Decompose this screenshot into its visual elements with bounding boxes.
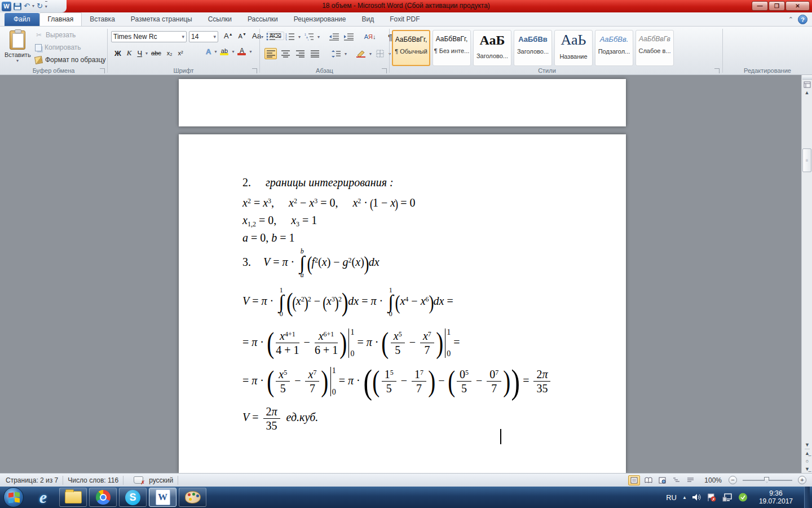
style-subtle-emphasis[interactable]: АаБбВвГв Слабое в... [636,30,674,66]
antivirus-icon[interactable] [738,493,748,502]
tab-insert[interactable]: Вставка [82,13,123,26]
underline-button[interactable]: Ч [135,49,144,58]
italic-button[interactable]: К [125,48,134,58]
split-handle[interactable] [802,75,812,80]
print-layout-view-button[interactable] [628,475,640,485]
zoom-in-button[interactable]: + [798,476,806,484]
action-center-flag-icon[interactable]: ✗ [707,493,717,502]
start-button[interactable] [3,487,24,507]
tab-foxit-pdf[interactable]: Foxit PDF [382,13,427,26]
system-tray: RU ▲ ✗ 9:36 19.07.2017 [666,487,812,508]
bold-button[interactable]: Ж [112,49,123,58]
sort-button[interactable]: АЯ↓ [364,31,376,42]
bullets-button[interactable] [264,31,277,42]
text-effects-button[interactable]: А [204,47,213,56]
copy-button[interactable]: Копировать [35,43,81,51]
tab-review[interactable]: Рецензирование [286,13,354,26]
style-heading1[interactable]: АаБ Заголово... [473,30,511,66]
justify-button[interactable] [308,48,321,59]
page-1-bottom[interactable] [179,79,626,126]
style-subtitle[interactable]: АаБбВв. Подзагол... [595,30,633,66]
line-spacing-button[interactable] [330,48,342,59]
style-no-spacing[interactable]: АаБбВвГг, ¶ Без инте... [433,30,471,66]
borders-button[interactable] [374,48,386,59]
network-icon[interactable] [722,493,732,502]
superscript-button[interactable]: x² [176,49,186,57]
tray-language-indicator[interactable]: RU [666,493,677,502]
minimize-button[interactable]: — [752,1,768,11]
svg-text:✗: ✗ [712,497,715,501]
cut-button[interactable]: ✂ Вырезать [35,31,76,39]
math-line-1: x2 = x3,x2 − x3 = 0,x2 · (1 − x) = 0 [242,196,552,209]
grow-font-button[interactable]: А▲ [222,31,235,41]
style-heading2[interactable]: АаБбВв Заголово... [514,30,552,66]
collapse-ribbon-icon[interactable]: ⌃ [788,16,793,23]
tray-clock[interactable]: 9:36 19.07.2017 [753,489,798,505]
underline-dropdown-icon[interactable]: ▾ [145,51,148,56]
zoom-level[interactable]: 100% [704,476,722,484]
highlight-button[interactable]: ab [218,47,231,56]
page-2[interactable]: 2.границы интегрирования :x2 = x3,x2 − x… [179,134,626,473]
shading-button[interactable] [355,48,367,59]
language-indicator[interactable]: русский [149,476,173,484]
align-left-button[interactable] [264,48,277,59]
draft-view-button[interactable] [685,475,696,485]
strikethrough-button[interactable]: abc [149,49,164,57]
align-right-button[interactable] [294,48,306,59]
styles-dialog-launcher-icon[interactable] [714,68,720,73]
ruler-toggle-icon[interactable] [802,80,812,90]
clipboard-dialog-launcher-icon[interactable] [100,68,105,73]
help-icon[interactable]: ? [798,15,807,24]
volume-icon[interactable] [692,493,701,501]
zoom-slider-handle[interactable] [764,477,769,483]
numbering-button[interactable]: 123 [284,31,296,42]
close-button[interactable]: ✕ [785,1,810,11]
increase-indent-button[interactable] [342,31,355,42]
taskbar-word[interactable]: W [149,488,176,507]
browse-object-icon[interactable]: ○ [806,457,809,465]
align-center-button[interactable] [279,48,292,59]
zoom-slider-track[interactable] [743,480,792,481]
zoom-out-button[interactable]: − [729,476,737,484]
tab-home[interactable]: Главная [39,12,82,26]
font-family-combo[interactable]: Times New Rc ▾ [111,31,187,42]
decrease-indent-button[interactable] [328,31,340,42]
tab-file[interactable]: Файл [5,13,39,26]
word-count[interactable]: Число слов: 116 [68,476,118,484]
taskbar-paint[interactable] [179,488,206,507]
tab-mailings[interactable]: Рассылки [240,13,286,26]
tab-view[interactable]: Вид [354,13,382,26]
format-painter-button[interactable]: Формат по образцу [35,56,106,64]
tab-page-layout[interactable]: Разметка страницы [123,13,200,26]
taskbar-chrome[interactable] [89,488,117,507]
shrink-font-button[interactable]: А▼ [236,32,249,40]
taskbar-explorer[interactable] [59,488,87,507]
proofing-errors-icon[interactable] [134,476,143,484]
vertical-scrollbar[interactable]: ▲ ≡ ▼ ▲̲ ○ ▼̲ [801,75,812,473]
font-color-button[interactable]: А [235,47,248,56]
next-page-icon[interactable]: ▼̲ [805,465,810,473]
outline-view-button[interactable] [670,475,682,485]
scroll-down-icon[interactable]: ▼ [805,441,810,449]
style-title[interactable]: АаЬ Название [554,30,593,66]
restore-button[interactable]: ❐ [769,1,785,11]
tray-expand-icon[interactable]: ▲ [682,495,687,500]
taskbar-skype[interactable]: S [119,488,147,507]
web-layout-view-button[interactable] [656,475,668,485]
style-normal[interactable]: АаБбВвГг, ¶ Обычный [392,30,430,66]
paste-button[interactable]: Вставить ▾ [5,29,30,64]
taskbar-internet-explorer[interactable]: e [29,488,57,507]
previous-page-icon[interactable]: ▲̲ [805,449,810,457]
show-desktop-button[interactable] [804,487,810,508]
font-dialog-launcher-icon[interactable] [252,68,257,73]
tab-references[interactable]: Ссылки [200,13,240,26]
subscript-button[interactable]: x₂ [165,49,175,57]
font-size-combo[interactable]: 14 ▾ [189,31,218,42]
text-cursor [500,429,501,444]
scroll-up-icon[interactable]: ▲ [802,90,812,98]
scrollbar-thumb[interactable]: ≡ [802,148,811,172]
multilevel-list-button[interactable]: 1ai [303,31,315,42]
reading-view-button[interactable] [642,475,654,485]
page-indicator[interactable]: Страница: 2 из 7 [6,476,58,484]
paragraph-dialog-launcher-icon[interactable] [382,68,387,73]
